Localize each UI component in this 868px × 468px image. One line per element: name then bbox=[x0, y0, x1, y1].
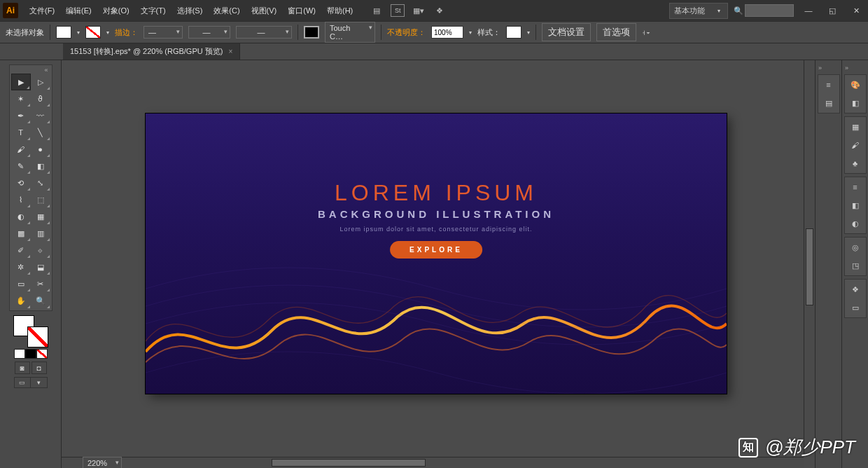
stock-icon[interactable]: St bbox=[391, 4, 405, 17]
window-maximize-button[interactable]: ◱ bbox=[823, 4, 841, 17]
draw-behind-button[interactable]: ◘ bbox=[31, 362, 47, 374]
document-setup-button[interactable]: 文档设置 bbox=[542, 23, 591, 41]
touch-type-field[interactable]: Touch C… bbox=[325, 22, 375, 43]
chevron-down-icon[interactable]: ▾ bbox=[77, 29, 80, 36]
swatches-icon[interactable]: ▦ bbox=[847, 119, 864, 135]
style-swatch[interactable] bbox=[506, 26, 522, 39]
stroke-icon[interactable]: ≡ bbox=[847, 179, 864, 195]
menu-file[interactable]: 文件(F) bbox=[25, 3, 59, 19]
menu-effect[interactable]: 效果(C) bbox=[209, 3, 244, 19]
symbols-icon[interactable]: ♣ bbox=[847, 156, 864, 171]
solid-color-option[interactable] bbox=[14, 349, 25, 359]
document-tab[interactable]: 15153 [转换].eps* @ 220% (RGB/GPU 预览) × bbox=[63, 43, 240, 60]
chevron-down-icon[interactable]: ▾ bbox=[469, 29, 472, 36]
watermark-text: @郑少PPT bbox=[765, 435, 855, 460]
gpu-icon[interactable]: ❖ bbox=[433, 4, 447, 17]
touch-swatch[interactable] bbox=[304, 26, 319, 39]
transparency-icon[interactable]: ◐ bbox=[847, 216, 864, 231]
close-tab-button[interactable]: × bbox=[228, 48, 232, 55]
type-tool[interactable]: T bbox=[11, 124, 31, 141]
scrollbar-thumb[interactable] bbox=[272, 459, 426, 467]
menu-type[interactable]: 文字(T) bbox=[136, 3, 170, 19]
magic-wand-tool[interactable]: ✶ bbox=[11, 90, 31, 107]
menu-view[interactable]: 视图(V) bbox=[247, 3, 281, 19]
mesh-tool[interactable]: ▩ bbox=[11, 225, 31, 242]
arrange-docs-icon[interactable]: ▦▾ bbox=[412, 4, 426, 17]
fill-stroke-indicator[interactable] bbox=[13, 315, 48, 347]
bridge-icon[interactable]: ▤ bbox=[370, 4, 384, 17]
preferences-button[interactable]: 首选项 bbox=[596, 23, 636, 41]
stroke-swatch[interactable] bbox=[85, 26, 101, 39]
column-graph-tool[interactable]: ⬓ bbox=[31, 259, 50, 275]
window-close-button[interactable]: ✕ bbox=[847, 4, 865, 17]
appearance-icon[interactable]: ◎ bbox=[847, 240, 864, 255]
layers-icon[interactable]: ▤ bbox=[820, 95, 837, 111]
rotate-tool[interactable]: ⟲ bbox=[11, 174, 31, 191]
opacity-field[interactable] bbox=[431, 26, 463, 39]
scrollbar-thumb[interactable] bbox=[806, 228, 813, 305]
graphic-styles-icon[interactable]: ◳ bbox=[847, 258, 864, 273]
fill-swatch[interactable] bbox=[56, 26, 71, 39]
pen-tool[interactable]: ✒ bbox=[11, 107, 31, 124]
hand-tool[interactable]: ✋ bbox=[11, 292, 31, 309]
menu-help[interactable]: 帮助(H) bbox=[323, 3, 357, 19]
zoom-level-field[interactable]: 220% bbox=[83, 457, 122, 469]
title-bar: Ai 文件(F) 编辑(E) 对象(O) 文字(T) 选择(S) 效果(C) 视… bbox=[0, 0, 868, 21]
vertical-scrollbar[interactable] bbox=[804, 60, 815, 457]
stroke-weight-field[interactable]: — bbox=[144, 26, 183, 39]
artboard-tool[interactable]: ▭ bbox=[11, 275, 31, 292]
eraser-tool[interactable]: ◧ bbox=[31, 158, 50, 174]
width-tool[interactable]: ⌇ bbox=[11, 191, 31, 208]
selection-tool[interactable]: ▶ bbox=[11, 74, 31, 90]
stroke-color-box[interactable] bbox=[27, 326, 48, 347]
canvas-viewport[interactable]: LOREM IPSUM BACKGROUND ILLUSTRATION Lore… bbox=[62, 60, 815, 468]
chevron-down-icon[interactable]: ▾ bbox=[527, 29, 530, 36]
panel-expand-icon[interactable]: » bbox=[845, 64, 848, 71]
chevron-down-icon[interactable]: ▾ bbox=[106, 29, 109, 36]
shape-builder-tool[interactable]: ◐ bbox=[11, 208, 31, 225]
horizontal-scrollbar[interactable]: 220% bbox=[62, 457, 804, 468]
menu-window[interactable]: 窗口(W) bbox=[284, 3, 320, 19]
gradient-color-option[interactable] bbox=[25, 349, 36, 359]
menu-select[interactable]: 选择(S) bbox=[173, 3, 207, 19]
align-icon[interactable]: ⫞▾ bbox=[642, 28, 650, 36]
brush-tool[interactable]: 🖌 bbox=[11, 141, 31, 158]
window-minimize-button[interactable]: — bbox=[799, 4, 818, 17]
scale-tool[interactable]: ⤡ bbox=[31, 174, 50, 191]
opacity-label[interactable]: 不透明度： bbox=[387, 27, 426, 38]
panel-expand-icon[interactable]: » bbox=[818, 64, 822, 71]
curvature-tool[interactable]: 〰 bbox=[31, 107, 50, 124]
search-input[interactable] bbox=[745, 4, 794, 17]
artboards-panel-icon[interactable]: ▭ bbox=[847, 300, 864, 315]
color-icon[interactable]: 🎨 bbox=[847, 77, 864, 92]
workspace-switcher[interactable]: 基本功能▾ bbox=[669, 3, 728, 19]
screen-mode-button[interactable]: ▭▾ bbox=[14, 377, 48, 388]
gradient-icon[interactable]: ◧ bbox=[847, 198, 864, 213]
layers-panel-icon[interactable]: ❖ bbox=[847, 282, 864, 297]
color-guide-icon[interactable]: ◧ bbox=[847, 95, 864, 111]
lasso-tool[interactable]: ϑ bbox=[31, 90, 50, 107]
properties-icon[interactable]: ≡ bbox=[820, 77, 837, 92]
blend-tool[interactable]: ⟐ bbox=[31, 242, 50, 259]
stroke-profile-field[interactable]: — bbox=[188, 26, 230, 39]
eyedropper-tool[interactable]: ✐ bbox=[11, 242, 31, 259]
brush-definition-field[interactable]: — bbox=[236, 26, 292, 39]
draw-normal-button[interactable]: ◙ bbox=[15, 362, 30, 374]
free-transform-tool[interactable]: ⬚ bbox=[31, 191, 50, 208]
blob-brush-tool[interactable]: ● bbox=[31, 141, 50, 158]
brushes-icon[interactable]: 🖌 bbox=[847, 137, 864, 153]
line-segment-tool[interactable]: ╲ bbox=[31, 124, 50, 141]
artboard[interactable]: LOREM IPSUM BACKGROUND ILLUSTRATION Lore… bbox=[146, 113, 727, 394]
stroke-label[interactable]: 描边： bbox=[115, 27, 138, 38]
direct-selection-tool[interactable]: ▷ bbox=[31, 74, 50, 90]
zoom-tool[interactable]: 🔍 bbox=[31, 292, 50, 309]
perspective-grid-tool[interactable]: ▦ bbox=[31, 208, 50, 225]
menu-object[interactable]: 对象(O) bbox=[99, 3, 134, 19]
pencil-tool[interactable]: ✎ bbox=[11, 158, 31, 174]
toolbox-collapse-icon[interactable]: « bbox=[11, 67, 50, 74]
slice-tool[interactable]: ✂ bbox=[31, 275, 50, 292]
gradient-tool[interactable]: ▥ bbox=[31, 225, 50, 242]
menu-edit[interactable]: 编辑(E) bbox=[62, 3, 96, 19]
symbol-sprayer-tool[interactable]: ✲ bbox=[11, 259, 31, 275]
none-color-option[interactable] bbox=[36, 349, 48, 359]
